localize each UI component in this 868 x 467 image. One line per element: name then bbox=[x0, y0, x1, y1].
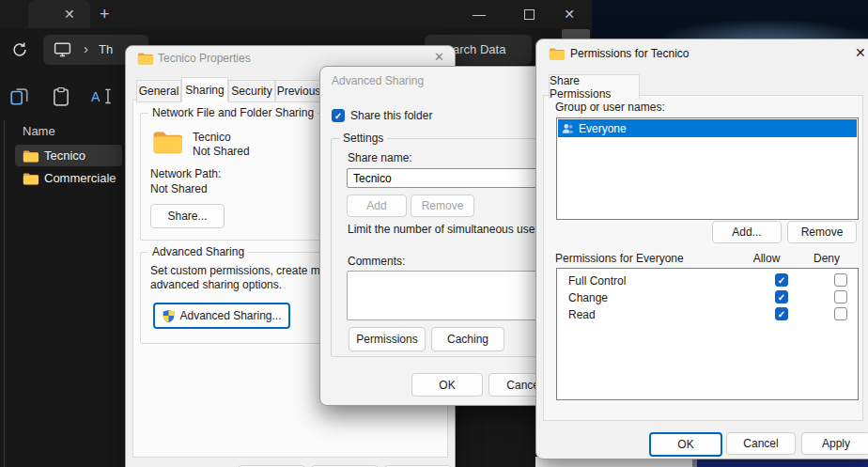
check-icon: ✓ bbox=[334, 111, 342, 121]
ok-button[interactable]: OK bbox=[649, 432, 722, 457]
copy-icon[interactable] bbox=[9, 86, 30, 110]
svg-text:A: A bbox=[91, 89, 101, 104]
permission-name: Change bbox=[568, 291, 608, 304]
allow-read-checkbox[interactable]: ✓ bbox=[775, 307, 788, 320]
group-or-user-names-label: Group or user names: bbox=[555, 101, 665, 114]
comments-label: Comments: bbox=[348, 255, 405, 268]
share-this-folder-checkbox[interactable]: ✓ bbox=[332, 109, 345, 122]
window-close-icon[interactable]: ✕ bbox=[556, 4, 582, 24]
group-user-listbox[interactable]: Everyone bbox=[556, 117, 859, 220]
maximize-glyph bbox=[524, 9, 535, 20]
this-pc-icon[interactable] bbox=[54, 41, 71, 60]
remove-button[interactable]: Remove bbox=[411, 195, 474, 217]
advanced-sharing-button[interactable]: Advanced Sharing... bbox=[153, 303, 290, 329]
caching-button[interactable]: Caching bbox=[431, 327, 504, 351]
remove-button[interactable]: Remove bbox=[787, 221, 857, 243]
network-path-value: Not Shared bbox=[150, 182, 208, 195]
tab-close-icon[interactable]: ✕ bbox=[64, 8, 75, 21]
new-tab-icon[interactable]: + bbox=[100, 6, 110, 23]
allow-full-control-checkbox[interactable]: ✓ bbox=[775, 273, 788, 287]
search-text: arch Data bbox=[453, 42, 505, 56]
permissions-dialog: Permissions for Tecnico ✕ Share Permissi… bbox=[535, 39, 868, 459]
folder-icon bbox=[549, 47, 565, 60]
permission-name: Full Control bbox=[568, 274, 626, 288]
explorer-active-tab[interactable]: ✕ bbox=[28, 0, 90, 28]
apply-button[interactable]: Apply bbox=[801, 432, 868, 455]
group-name: Everyone bbox=[579, 122, 627, 135]
name-column-header[interactable]: Name bbox=[23, 124, 55, 138]
deny-change-checkbox[interactable] bbox=[834, 290, 847, 304]
limit-users-label: Limit the number of simultaneous users t… bbox=[348, 223, 560, 236]
share-name-label: Share name: bbox=[348, 151, 412, 164]
network-path-label: Network Path: bbox=[150, 167, 221, 180]
tab-general[interactable]: General bbox=[136, 80, 181, 102]
uac-shield-icon bbox=[162, 309, 176, 323]
group-label: Network File and Folder Sharing bbox=[148, 106, 318, 119]
folder-icon-large bbox=[152, 129, 182, 155]
refresh-icon[interactable] bbox=[11, 41, 28, 61]
file-row-tecnico[interactable]: Tecnico bbox=[15, 145, 122, 166]
permissions-button[interactable]: Permissions bbox=[349, 327, 426, 351]
folder-icon bbox=[23, 172, 39, 185]
maximize-icon[interactable] bbox=[516, 4, 542, 24]
chevron-right-icon: › bbox=[84, 41, 88, 55]
dialog-title: Permissions for Tecnico bbox=[570, 47, 690, 60]
advanced-sharing-desc-1: Set custom permissions, create multip bbox=[150, 264, 341, 277]
minimize-icon[interactable]: — bbox=[466, 4, 492, 24]
share-this-folder-label: Share this folder bbox=[350, 109, 432, 122]
share-button[interactable]: Share... bbox=[150, 204, 225, 228]
list-item-everyone[interactable]: Everyone bbox=[558, 119, 857, 137]
permissions-table[interactable]: Full Control ✓ Change ✓ Read ✓ bbox=[556, 268, 859, 400]
dialog-title: Tecnico Properties bbox=[158, 52, 251, 65]
dialog-title: Advanced Sharing bbox=[332, 74, 424, 87]
cancel-button[interactable]: Cancel bbox=[726, 432, 796, 455]
deny-read-checkbox[interactable] bbox=[834, 307, 847, 320]
shared-folder-status: Not Shared bbox=[193, 145, 250, 158]
permissions-for-label: Permissions for Everyone bbox=[555, 252, 684, 265]
add-button[interactable]: Add bbox=[347, 195, 407, 217]
pane-divider bbox=[4, 120, 5, 467]
rename-icon[interactable]: A bbox=[90, 86, 115, 110]
deny-header: Deny bbox=[803, 252, 850, 265]
add-button[interactable]: Add... bbox=[712, 221, 782, 243]
tab-sharing[interactable]: Sharing bbox=[181, 77, 228, 102]
deny-full-control-checkbox[interactable] bbox=[834, 273, 847, 287]
check-icon: ✓ bbox=[778, 309, 785, 319]
file-name: Commerciale bbox=[44, 171, 116, 185]
group-users-icon bbox=[561, 122, 575, 135]
tab-previous-versions[interactable]: Previous bbox=[275, 80, 322, 102]
breadcrumb-path[interactable]: Th bbox=[99, 42, 113, 56]
folder-icon bbox=[23, 149, 39, 163]
file-row-commerciale[interactable]: Commerciale bbox=[15, 167, 122, 189]
group-label: Settings bbox=[339, 132, 387, 145]
close-icon[interactable]: ✕ bbox=[855, 46, 866, 59]
advanced-sharing-button-label: Advanced Sharing... bbox=[179, 309, 281, 322]
paste-icon[interactable] bbox=[51, 86, 71, 110]
allow-header: Allow bbox=[743, 252, 790, 265]
ok-button[interactable]: OK bbox=[411, 373, 483, 397]
permission-name: Read bbox=[568, 308, 596, 321]
group-label: Advanced Sharing bbox=[148, 245, 248, 258]
close-icon[interactable]: ✕ bbox=[434, 51, 444, 63]
advanced-sharing-desc-2: advanced sharing options. bbox=[150, 278, 282, 291]
tab-share-permissions[interactable]: Share Permissions bbox=[549, 74, 640, 100]
check-icon: ✓ bbox=[778, 292, 785, 303]
shared-folder-name: Tecnico bbox=[193, 131, 231, 144]
tab-security[interactable]: Security bbox=[228, 80, 275, 102]
file-name: Tecnico bbox=[44, 148, 85, 163]
allow-change-checkbox[interactable]: ✓ bbox=[775, 290, 788, 304]
check-icon: ✓ bbox=[778, 275, 785, 286]
folder-icon bbox=[137, 52, 153, 65]
